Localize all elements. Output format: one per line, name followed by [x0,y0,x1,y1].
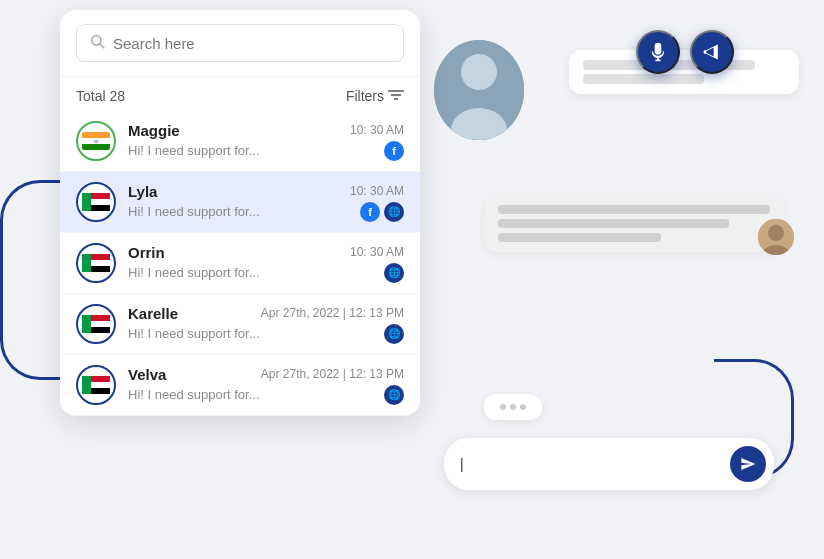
user-avatar-small [758,219,794,255]
conv-preview: Hi! I need support for... [128,204,260,219]
microphone-icon [648,42,668,62]
conversation-item-karelle[interactable]: Karelle Apr 27th, 2022 | 12: 13 PM Hi! I… [60,294,420,355]
search-icon [89,33,105,53]
conversation-item-lyla[interactable]: Lyla 10: 30 AM Hi! I need support for...… [60,172,420,233]
conversation-item-maggie[interactable]: ⊙ Maggie 10: 30 AM Hi! I need support fo… [60,111,420,172]
bubble-line [498,233,661,242]
conv-content-lyla: Lyla 10: 30 AM Hi! I need support for...… [128,183,404,222]
filters-button[interactable]: Filters [346,87,404,105]
conv-icons: f [384,141,404,161]
conv-icons: 🌐 [384,385,404,405]
filters-label: Filters [346,88,384,104]
action-buttons [636,30,734,74]
facebook-icon: f [360,202,380,222]
conv-content-maggie: Maggie 10: 30 AM Hi! I need support for.… [128,122,404,161]
bubble-line [498,205,770,214]
user-avatar-image [434,40,524,140]
search-bar-container [60,10,420,77]
avatar-orrin [76,243,116,283]
conversation-list: ⊙ Maggie 10: 30 AM Hi! I need support fo… [60,111,420,416]
conv-time: 10: 30 AM [350,245,404,259]
conversation-item-orrin[interactable]: Orrin 10: 30 AM Hi! I need support for..… [60,233,420,294]
svg-point-9 [768,225,784,241]
conv-icons: 🌐 [384,324,404,344]
chat-input-area [444,438,774,490]
conv-icons: 🌐 [384,263,404,283]
typing-dot-2 [510,404,516,410]
conversation-item-velva[interactable]: Velva Apr 27th, 2022 | 12: 13 PM Hi! I n… [60,355,420,416]
total-label: Total 28 [76,88,125,104]
conv-content-orrin: Orrin 10: 30 AM Hi! I need support for..… [128,244,404,283]
chat-bubble-group-2 [484,195,784,260]
globe-icon: 🌐 [384,202,404,222]
conv-preview: Hi! I need support for... [128,143,260,158]
conv-name: Velva [128,366,166,383]
left-curve-decoration [0,180,60,380]
conv-time: Apr 27th, 2022 | 12: 13 PM [261,306,404,320]
bubble-line [583,74,704,84]
microphone-button[interactable] [636,30,680,74]
conv-time: 10: 30 AM [350,184,404,198]
chat-bubble-2a [484,195,784,252]
send-icon [740,456,756,472]
conv-content-karelle: Karelle Apr 27th, 2022 | 12: 13 PM Hi! I… [128,305,404,344]
avatar-karelle [76,304,116,344]
conv-time: Apr 27th, 2022 | 12: 13 PM [261,367,404,381]
conversation-list-panel: Total 28 Filters ⊙ [60,10,420,416]
typing-indicator [484,394,542,420]
conv-name: Karelle [128,305,178,322]
conv-name: Lyla [128,183,157,200]
send-button[interactable] [730,446,766,482]
megaphone-icon [702,42,722,62]
conv-time: 10: 30 AM [350,123,404,137]
conv-preview: Hi! I need support for... [128,265,260,280]
search-input[interactable] [113,35,391,52]
typing-dot-3 [520,404,526,410]
conv-preview: Hi! I need support for... [128,387,260,402]
conv-name: Maggie [128,122,180,139]
avatar-velva [76,365,116,405]
globe-icon: 🌐 [384,385,404,405]
filter-icon [388,87,404,105]
globe-icon: 🌐 [384,263,404,283]
bubble-line [498,219,729,228]
facebook-icon: f [384,141,404,161]
conv-content-velva: Velva Apr 27th, 2022 | 12: 13 PM Hi! I n… [128,366,404,405]
chat-panel [414,30,794,510]
svg-point-6 [461,54,497,90]
avatar-lyla [76,182,116,222]
conv-name: Orrin [128,244,165,261]
megaphone-button[interactable] [690,30,734,74]
chat-text-input[interactable] [460,456,730,472]
list-header: Total 28 Filters [60,77,420,111]
avatar-maggie: ⊙ [76,121,116,161]
search-input-wrapper[interactable] [76,24,404,62]
conv-icons: f 🌐 [360,202,404,222]
user-photo [434,40,524,140]
typing-dot-1 [500,404,506,410]
globe-icon: 🌐 [384,324,404,344]
conv-preview: Hi! I need support for... [128,326,260,341]
svg-line-1 [100,44,104,48]
